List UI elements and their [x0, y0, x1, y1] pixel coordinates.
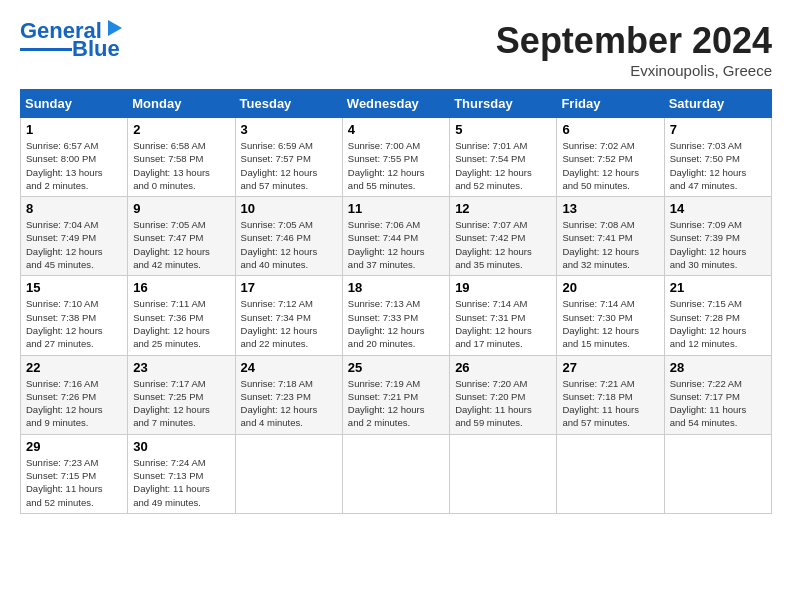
day-info: Sunrise: 7:03 AMSunset: 7:50 PMDaylight:…	[670, 139, 766, 192]
day-info: Sunrise: 7:00 AMSunset: 7:55 PMDaylight:…	[348, 139, 444, 192]
calendar-day-cell: 8 Sunrise: 7:04 AMSunset: 7:49 PMDayligh…	[21, 197, 128, 276]
day-number: 23	[133, 360, 229, 375]
day-info: Sunrise: 7:21 AMSunset: 7:18 PMDaylight:…	[562, 377, 658, 430]
calendar-day-cell: 22 Sunrise: 7:16 AMSunset: 7:26 PMDaylig…	[21, 355, 128, 434]
calendar-week-row: 8 Sunrise: 7:04 AMSunset: 7:49 PMDayligh…	[21, 197, 772, 276]
calendar-day-cell: 13 Sunrise: 7:08 AMSunset: 7:41 PMDaylig…	[557, 197, 664, 276]
calendar-day-cell: 21 Sunrise: 7:15 AMSunset: 7:28 PMDaylig…	[664, 276, 771, 355]
calendar-day-cell: 14 Sunrise: 7:09 AMSunset: 7:39 PMDaylig…	[664, 197, 771, 276]
day-info: Sunrise: 7:23 AMSunset: 7:15 PMDaylight:…	[26, 456, 122, 509]
calendar-day-cell: 11 Sunrise: 7:06 AMSunset: 7:44 PMDaylig…	[342, 197, 449, 276]
empty-cell	[450, 434, 557, 513]
calendar-day-cell: 15 Sunrise: 7:10 AMSunset: 7:38 PMDaylig…	[21, 276, 128, 355]
day-info: Sunrise: 7:19 AMSunset: 7:21 PMDaylight:…	[348, 377, 444, 430]
day-info: Sunrise: 7:14 AMSunset: 7:30 PMDaylight:…	[562, 297, 658, 350]
calendar-day-cell: 27 Sunrise: 7:21 AMSunset: 7:18 PMDaylig…	[557, 355, 664, 434]
title-area: September 2024 Evxinoupolis, Greece	[496, 20, 772, 79]
day-number: 9	[133, 201, 229, 216]
calendar-day-cell: 7 Sunrise: 7:03 AMSunset: 7:50 PMDayligh…	[664, 118, 771, 197]
day-info: Sunrise: 7:04 AMSunset: 7:49 PMDaylight:…	[26, 218, 122, 271]
day-number: 29	[26, 439, 122, 454]
calendar-day-cell: 25 Sunrise: 7:19 AMSunset: 7:21 PMDaylig…	[342, 355, 449, 434]
day-number: 22	[26, 360, 122, 375]
day-number: 16	[133, 280, 229, 295]
day-info: Sunrise: 7:14 AMSunset: 7:31 PMDaylight:…	[455, 297, 551, 350]
day-number: 3	[241, 122, 337, 137]
day-info: Sunrise: 7:24 AMSunset: 7:13 PMDaylight:…	[133, 456, 229, 509]
empty-cell	[235, 434, 342, 513]
day-info: Sunrise: 7:13 AMSunset: 7:33 PMDaylight:…	[348, 297, 444, 350]
day-info: Sunrise: 7:05 AMSunset: 7:46 PMDaylight:…	[241, 218, 337, 271]
calendar-day-cell: 20 Sunrise: 7:14 AMSunset: 7:30 PMDaylig…	[557, 276, 664, 355]
weekday-header: Sunday	[21, 90, 128, 118]
day-info: Sunrise: 7:17 AMSunset: 7:25 PMDaylight:…	[133, 377, 229, 430]
day-number: 25	[348, 360, 444, 375]
day-info: Sunrise: 6:57 AMSunset: 8:00 PMDaylight:…	[26, 139, 122, 192]
calendar-day-cell: 28 Sunrise: 7:22 AMSunset: 7:17 PMDaylig…	[664, 355, 771, 434]
empty-cell	[664, 434, 771, 513]
calendar-day-cell: 12 Sunrise: 7:07 AMSunset: 7:42 PMDaylig…	[450, 197, 557, 276]
calendar-week-row: 22 Sunrise: 7:16 AMSunset: 7:26 PMDaylig…	[21, 355, 772, 434]
weekday-header: Wednesday	[342, 90, 449, 118]
day-number: 17	[241, 280, 337, 295]
calendar-table: SundayMondayTuesdayWednesdayThursdayFrid…	[20, 89, 772, 514]
day-info: Sunrise: 7:05 AMSunset: 7:47 PMDaylight:…	[133, 218, 229, 271]
day-number: 5	[455, 122, 551, 137]
weekday-header: Friday	[557, 90, 664, 118]
day-number: 8	[26, 201, 122, 216]
weekday-header: Thursday	[450, 90, 557, 118]
day-info: Sunrise: 7:07 AMSunset: 7:42 PMDaylight:…	[455, 218, 551, 271]
day-number: 19	[455, 280, 551, 295]
calendar-header-row: SundayMondayTuesdayWednesdayThursdayFrid…	[21, 90, 772, 118]
empty-cell	[557, 434, 664, 513]
day-number: 24	[241, 360, 337, 375]
day-number: 27	[562, 360, 658, 375]
calendar-day-cell: 30 Sunrise: 7:24 AMSunset: 7:13 PMDaylig…	[128, 434, 235, 513]
day-number: 1	[26, 122, 122, 137]
month-title: September 2024	[496, 20, 772, 62]
weekday-header: Saturday	[664, 90, 771, 118]
calendar-week-row: 15 Sunrise: 7:10 AMSunset: 7:38 PMDaylig…	[21, 276, 772, 355]
day-info: Sunrise: 7:08 AMSunset: 7:41 PMDaylight:…	[562, 218, 658, 271]
calendar-day-cell: 10 Sunrise: 7:05 AMSunset: 7:46 PMDaylig…	[235, 197, 342, 276]
calendar-day-cell: 4 Sunrise: 7:00 AMSunset: 7:55 PMDayligh…	[342, 118, 449, 197]
day-info: Sunrise: 6:59 AMSunset: 7:57 PMDaylight:…	[241, 139, 337, 192]
day-number: 26	[455, 360, 551, 375]
day-info: Sunrise: 7:10 AMSunset: 7:38 PMDaylight:…	[26, 297, 122, 350]
day-number: 15	[26, 280, 122, 295]
location: Evxinoupolis, Greece	[496, 62, 772, 79]
day-info: Sunrise: 7:06 AMSunset: 7:44 PMDaylight:…	[348, 218, 444, 271]
weekday-header: Tuesday	[235, 90, 342, 118]
calendar-day-cell: 1 Sunrise: 6:57 AMSunset: 8:00 PMDayligh…	[21, 118, 128, 197]
logo-underline	[20, 48, 72, 51]
day-info: Sunrise: 7:12 AMSunset: 7:34 PMDaylight:…	[241, 297, 337, 350]
logo: General Blue	[20, 20, 126, 60]
day-info: Sunrise: 7:01 AMSunset: 7:54 PMDaylight:…	[455, 139, 551, 192]
day-number: 20	[562, 280, 658, 295]
page-header: General Blue September 2024 Evxinoupolis…	[20, 20, 772, 79]
day-number: 12	[455, 201, 551, 216]
empty-cell	[342, 434, 449, 513]
day-info: Sunrise: 7:15 AMSunset: 7:28 PMDaylight:…	[670, 297, 766, 350]
day-info: Sunrise: 7:02 AMSunset: 7:52 PMDaylight:…	[562, 139, 658, 192]
day-info: Sunrise: 7:09 AMSunset: 7:39 PMDaylight:…	[670, 218, 766, 271]
calendar-day-cell: 9 Sunrise: 7:05 AMSunset: 7:47 PMDayligh…	[128, 197, 235, 276]
calendar-day-cell: 29 Sunrise: 7:23 AMSunset: 7:15 PMDaylig…	[21, 434, 128, 513]
day-info: Sunrise: 7:20 AMSunset: 7:20 PMDaylight:…	[455, 377, 551, 430]
day-number: 6	[562, 122, 658, 137]
day-number: 30	[133, 439, 229, 454]
day-number: 2	[133, 122, 229, 137]
day-number: 7	[670, 122, 766, 137]
day-number: 4	[348, 122, 444, 137]
calendar-week-row: 1 Sunrise: 6:57 AMSunset: 8:00 PMDayligh…	[21, 118, 772, 197]
calendar-day-cell: 16 Sunrise: 7:11 AMSunset: 7:36 PMDaylig…	[128, 276, 235, 355]
calendar-day-cell: 24 Sunrise: 7:18 AMSunset: 7:23 PMDaylig…	[235, 355, 342, 434]
day-number: 21	[670, 280, 766, 295]
calendar-day-cell: 6 Sunrise: 7:02 AMSunset: 7:52 PMDayligh…	[557, 118, 664, 197]
calendar-day-cell: 26 Sunrise: 7:20 AMSunset: 7:20 PMDaylig…	[450, 355, 557, 434]
calendar-week-row: 29 Sunrise: 7:23 AMSunset: 7:15 PMDaylig…	[21, 434, 772, 513]
day-number: 28	[670, 360, 766, 375]
calendar-day-cell: 3 Sunrise: 6:59 AMSunset: 7:57 PMDayligh…	[235, 118, 342, 197]
day-info: Sunrise: 7:22 AMSunset: 7:17 PMDaylight:…	[670, 377, 766, 430]
day-info: Sunrise: 6:58 AMSunset: 7:58 PMDaylight:…	[133, 139, 229, 192]
